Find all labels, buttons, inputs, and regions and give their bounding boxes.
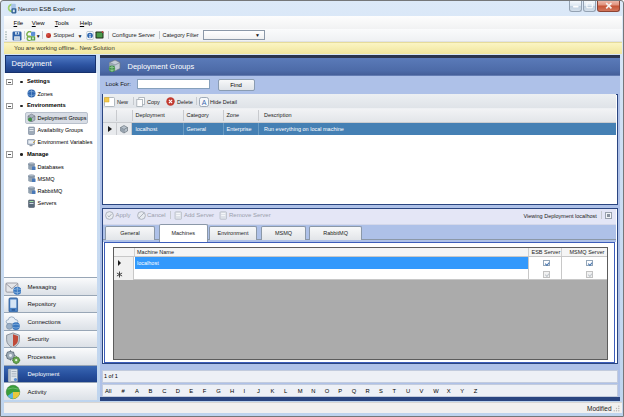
svg-text:A: A (202, 98, 207, 105)
